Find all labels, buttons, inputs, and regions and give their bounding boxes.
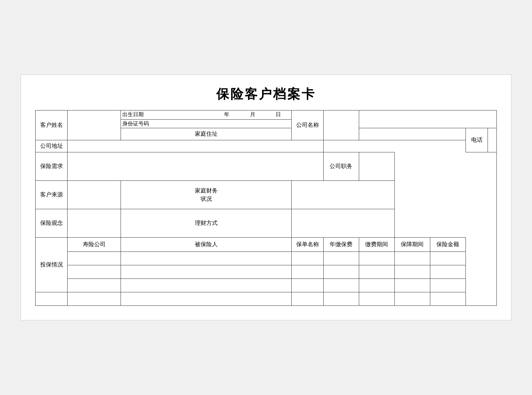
life-company-3 — [68, 279, 121, 292]
company-address-value — [68, 140, 324, 152]
policy-name-3 — [292, 279, 324, 292]
company-position-label: 公司职务 — [324, 152, 359, 181]
payment-period-1 — [359, 252, 394, 265]
phone-label: 电话 — [465, 128, 488, 152]
family-finance-label: 家庭财务状况 — [121, 181, 292, 209]
card-title: 保险客户档案卡 — [35, 86, 497, 103]
customer-name-label: 客户姓名 — [36, 110, 68, 140]
row-insurance-needs: 保险需求 公司职务 — [36, 152, 497, 181]
finance-method-value — [292, 209, 395, 238]
insurance-amount-2 — [430, 265, 465, 279]
company-position-value — [359, 152, 394, 181]
bottom-6 — [359, 292, 394, 306]
insured-2 — [121, 265, 292, 279]
row-investment-header: 投保情况 寿险公司 被保险人 保单名称 年缴保费 缴费期间 保障期间 保险金额 — [36, 238, 497, 252]
life-company-header: 寿险公司 — [68, 238, 121, 252]
id-number-row: 身份证号码 — [121, 120, 291, 128]
policy-name-1 — [292, 252, 324, 265]
life-company-2 — [68, 265, 121, 279]
insurance-concept-value — [68, 209, 121, 238]
id-number-value — [214, 120, 291, 128]
policy-name-header: 保单名称 — [292, 238, 324, 252]
annual-premium-2 — [324, 265, 359, 279]
id-number-label: 身份证号码 — [121, 120, 214, 128]
birth-date-label: 出生日期 — [121, 110, 214, 120]
birth-id-subtable: 出生日期 年 月 日 身份证号码 — [121, 110, 291, 128]
finance-method-label: 理财方式 — [121, 209, 292, 238]
company-name-value — [324, 110, 359, 140]
day-label: 日 — [265, 110, 291, 120]
coverage-period-3 — [394, 279, 430, 292]
life-company-1 — [68, 252, 121, 265]
annual-premium-3 — [324, 279, 359, 292]
payment-period-3 — [359, 279, 394, 292]
row-company-address: 公司地址 — [36, 140, 497, 152]
bottom-4 — [292, 292, 324, 306]
insurance-concept-label: 保险观念 — [36, 209, 68, 238]
row-bottom — [36, 292, 497, 306]
annual-premium-header: 年缴保费 — [324, 238, 359, 252]
home-address-value — [359, 128, 465, 140]
investment-situation-label: 投保情况 — [36, 238, 68, 292]
payment-period-header: 缴费期间 — [359, 238, 394, 252]
coverage-period-header: 保障期间 — [394, 238, 430, 252]
annual-premium-1 — [324, 252, 359, 265]
card-container: 保险客户档案卡 客户姓名 出生日期 年 月 日 身份证号码 — [21, 75, 511, 320]
insurance-amount-header: 保险金额 — [430, 238, 465, 252]
insurance-needs-label: 保险需求 — [36, 152, 68, 181]
row-investment-data-2 — [36, 265, 497, 279]
insured-header: 被保险人 — [121, 238, 292, 252]
row-1: 客户姓名 出生日期 年 月 日 身份证号码 公司名称 — [36, 110, 497, 128]
customer-source-label: 客户来源 — [36, 181, 68, 209]
birth-date-row: 出生日期 年 月 日 — [121, 110, 291, 120]
insurance-needs-value — [68, 152, 324, 181]
bottom-7 — [394, 292, 430, 306]
customer-source-value — [68, 181, 121, 209]
bottom-1 — [36, 292, 68, 306]
month-label: 月 — [240, 110, 265, 120]
customer-name-value — [68, 110, 121, 140]
bottom-5 — [324, 292, 359, 306]
row-investment-data-3 — [36, 279, 497, 292]
coverage-period-2 — [394, 265, 430, 279]
insured-1 — [121, 252, 292, 265]
home-address-label: 家庭住址 — [121, 128, 292, 140]
coverage-period-1 — [394, 252, 430, 265]
bottom-8 — [430, 292, 465, 306]
row-investment-data-1 — [36, 252, 497, 265]
phone-value — [488, 128, 497, 152]
bottom-3 — [121, 292, 292, 306]
row-insurance-concept: 保险观念 理财方式 — [36, 209, 497, 238]
bottom-2 — [68, 292, 121, 306]
company-name-label: 公司名称 — [292, 110, 324, 140]
insurance-amount-3 — [430, 279, 465, 292]
payment-period-2 — [359, 265, 394, 279]
company-address-label: 公司地址 — [36, 140, 68, 152]
family-finance-value — [292, 181, 395, 209]
year-label: 年 — [214, 110, 240, 120]
main-table: 客户姓名 出生日期 年 月 日 身份证号码 公司名称 — [35, 110, 497, 306]
policy-name-2 — [292, 265, 324, 279]
row-customer-source: 客户来源 家庭财务状况 — [36, 181, 497, 209]
birth-id-cell: 出生日期 年 月 日 身份证号码 — [121, 110, 292, 128]
insured-3 — [121, 279, 292, 292]
insurance-amount-1 — [430, 252, 465, 265]
